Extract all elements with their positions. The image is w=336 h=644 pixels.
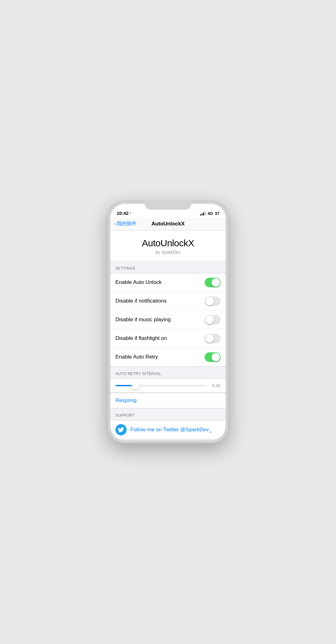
support-section-header: SUPPORT [110,408,226,420]
twitter-section[interactable]: Follow me on Twitter @SparkDev_ [110,420,226,439]
phone-screen: 10:42 ↑ 4G 37 ‹ 我的插件 AutoUnlockX [110,204,226,440]
signal-bar-2 [202,213,203,215]
disable-flashlight-toggle[interactable] [205,334,221,343]
toggle-thumb [205,334,214,343]
enable-auto-retry-label: Enable Auto Retry [115,354,158,360]
enable-auto-unlock-label: Enable Auto Unlock [115,279,161,285]
twitter-icon [115,424,127,435]
toggle-thumb [205,297,214,305]
toggle-thumb [212,353,220,361]
slider-thumb[interactable] [132,382,140,390]
row-enable-auto-unlock: Enable Auto Unlock [110,273,226,292]
back-button[interactable]: ‹ 我的插件 [114,220,137,227]
disable-music-toggle[interactable] [205,315,221,325]
slider-section: 0.42 [110,378,226,393]
row-disable-notifications: Disable if notifications [110,292,226,311]
footer-section: SPARKDEV 2019 [110,439,226,440]
auto-retry-section-header: AUTO RETRY INTERVAL [110,367,226,378]
signal-bar-1 [200,214,201,215]
nav-title: AutoUnlockX [152,221,185,227]
signal-bar-4 [205,211,206,215]
app-author-label: by SparkDev [115,250,221,255]
settings-section-header: SETTINGS [110,261,226,273]
app-name-title: AutoUnlockX [115,238,221,248]
phone-frame: 10:42 ↑ 4G 37 ‹ 我的插件 AutoUnlockX [107,201,229,443]
enable-auto-unlock-toggle[interactable] [205,278,221,287]
slider-container: 0.42 [115,383,221,388]
disable-music-label: Disable if music playing [115,317,171,323]
disable-notifications-toggle[interactable] [205,296,221,306]
respring-row[interactable]: Respring [110,393,226,408]
respring-label[interactable]: Respring [115,397,137,403]
status-time: 10:42 ↑ [117,211,131,216]
twitter-link-label[interactable]: Follow me on Twitter @SparkDev_ [130,427,212,433]
disable-notifications-label: Disable if notifications [115,298,166,304]
app-header: AutoUnlockX by SparkDev [110,230,226,261]
content-scroll[interactable]: AutoUnlockX by SparkDev SETTINGS Enable … [110,230,226,440]
row-disable-flashlight: Disable if flashlight on [110,329,226,348]
row-enable-auto-retry: Enable Auto Retry [110,348,226,366]
notch [145,201,191,210]
time-label: 10:42 [117,211,128,216]
status-indicators: 4G 37 [200,211,219,216]
signal-bar-3 [203,212,204,215]
toggle-thumb [212,278,220,287]
nav-bar: ‹ 我的插件 AutoUnlockX [110,218,226,230]
signal-bars [200,211,206,215]
toggle-thumb [205,316,214,324]
slider-track[interactable] [115,385,207,386]
chevron-left-icon: ‹ [114,220,116,227]
row-disable-music: Disable if music playing [110,311,226,329]
settings-group: Enable Auto Unlock Disable if notificati… [110,273,226,367]
location-arrow-icon: ↑ [129,211,131,215]
disable-flashlight-label: Disable if flashlight on [115,335,167,341]
twitter-bird-icon [118,427,124,433]
battery-label: 37 [215,211,219,216]
enable-auto-retry-toggle[interactable] [205,352,221,362]
network-label: 4G [208,211,213,216]
back-label: 我的插件 [117,220,137,227]
slider-value-label: 0.42 [211,383,221,388]
